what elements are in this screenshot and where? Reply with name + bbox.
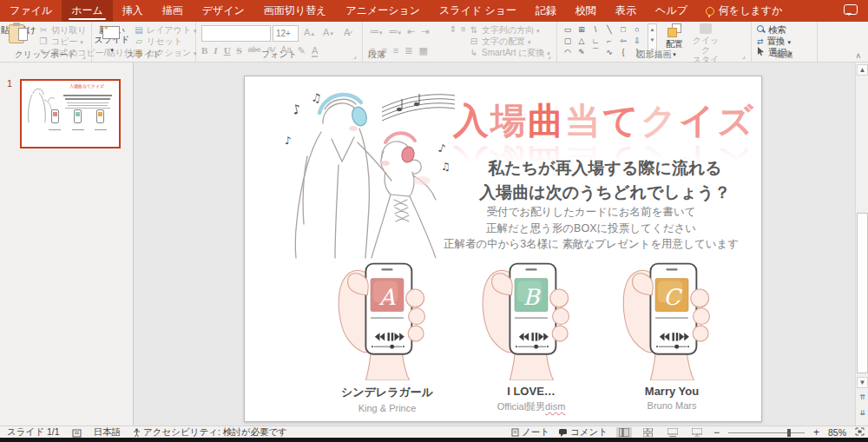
scroll-up-button[interactable]: ▲ bbox=[857, 64, 868, 76]
notes-toggle[interactable]: ノート bbox=[511, 426, 549, 439]
font-size-input[interactable]: 12+ bbox=[273, 25, 299, 42]
line-spacing-button[interactable]: ⇕≡ bbox=[448, 24, 466, 34]
shape-glyph-0[interactable]: ▭ bbox=[561, 23, 575, 35]
zoom-slider-thumb[interactable] bbox=[787, 429, 791, 437]
option-a[interactable]: A シンデレラガール King & Prince bbox=[323, 259, 451, 413]
comment-bubble-icon[interactable] bbox=[844, 4, 858, 15]
slide-show-button[interactable] bbox=[689, 427, 705, 439]
scrollbar-thumb[interactable] bbox=[857, 213, 868, 373]
shape-glyph-7[interactable]: △ bbox=[575, 35, 589, 46]
font-dialog-launcher[interactable]: ⌟ bbox=[353, 53, 360, 60]
slide-canvas[interactable]: ♪ ♫ ♪ ♪ ♫ 入場曲当てクイズ 入場曲当てクイズ 私たちが再入場する際に流… bbox=[244, 76, 762, 422]
slide-indicator[interactable]: スライド 1/1 bbox=[7, 426, 60, 439]
language-indicator[interactable]: 日本語 bbox=[94, 426, 122, 439]
accessibility-person-icon bbox=[133, 428, 141, 437]
tab-view[interactable]: 表示 bbox=[606, 0, 646, 22]
group-label-paragraph: 段落 bbox=[363, 49, 556, 61]
font-name-input[interactable] bbox=[201, 25, 271, 42]
fit-to-window-button[interactable] bbox=[855, 427, 865, 438]
shape-glyph-11[interactable]: ⇩ bbox=[630, 35, 644, 46]
lightbulb-icon bbox=[706, 7, 714, 16]
tab-transitions[interactable]: 画面切り替え bbox=[254, 0, 337, 22]
shape-glyph-1[interactable]: ⊞ bbox=[575, 23, 589, 35]
search-icon bbox=[757, 25, 765, 33]
slide-subtitle[interactable]: 私たちが再入場する際に流れる 入場曲は次のうちどれでしょう？ bbox=[444, 156, 766, 205]
layout-button[interactable]: ▤レイアウト ▾ bbox=[134, 24, 196, 36]
song-title-a: シンデレラガール bbox=[323, 385, 451, 400]
zoom-slider[interactable] bbox=[728, 427, 805, 439]
comments-toggle[interactable]: コメント bbox=[558, 426, 608, 439]
drawing-dialog-launcher[interactable]: ⌟ bbox=[742, 53, 749, 60]
increase-indent-button[interactable]: ⇥ bbox=[421, 26, 429, 37]
song-title-b: I LOVE… bbox=[467, 385, 595, 398]
artist-c: Bruno Mars bbox=[608, 400, 736, 411]
grow-font-button[interactable]: A▲ bbox=[304, 27, 315, 37]
copy-icon: ❐ bbox=[38, 36, 49, 46]
paragraph-dialog-launcher[interactable]: ⌟ bbox=[548, 53, 555, 60]
bullets-button[interactable]: ≔▾ bbox=[370, 26, 383, 37]
shape-glyph-6[interactable]: ▢ bbox=[561, 35, 575, 46]
clipboard-dialog-launcher[interactable]: ⌟ bbox=[82, 53, 89, 60]
shrink-font-button[interactable]: A▼ bbox=[323, 27, 334, 37]
shape-glyph-10[interactable]: ⇦ bbox=[616, 35, 630, 46]
zoom-in-button[interactable]: + bbox=[813, 426, 819, 439]
accessibility-status[interactable]: アクセシビリティ: 検討が必要です bbox=[133, 426, 287, 439]
vertical-scrollbar[interactable]: ▲ ▼ ⇈ ⇊ bbox=[855, 63, 868, 426]
slide-number: 1 bbox=[7, 78, 12, 89]
tab-home[interactable]: ホーム bbox=[62, 0, 113, 22]
shape-glyph-9[interactable]: ⌐ bbox=[602, 35, 616, 46]
copy-button[interactable]: ❐コピー ▾ bbox=[38, 36, 83, 48]
normal-view-button[interactable] bbox=[616, 427, 632, 439]
powerpoint-window: ファイルホーム挿入描画デザイン画面切り替えアニメーションスライド ショー記録校閲… bbox=[0, 0, 868, 442]
shape-glyph-8[interactable]: ∟ bbox=[589, 35, 602, 46]
replace-button[interactable]: ⇄置換 ▾ bbox=[757, 36, 791, 48]
paste-icon bbox=[9, 24, 24, 43]
decrease-indent-button[interactable]: ⇤ bbox=[407, 26, 415, 37]
group-font: 12+ A▲ A▼ A̷ B I U S abc AV Aa ✎ A フォント … bbox=[196, 22, 363, 62]
slide-thumbnail[interactable]: 入場曲当てクイズ bbox=[20, 79, 121, 148]
ribbon-tabs: ファイルホーム挿入描画デザイン画面切り替えアニメーションスライド ショー記録校閲… bbox=[0, 0, 697, 22]
tab-review[interactable]: 校閲 bbox=[566, 0, 606, 22]
shape-glyph-2[interactable]: \ bbox=[589, 23, 602, 35]
find-button[interactable]: 検索 bbox=[757, 24, 786, 36]
collapse-ribbon-chevron[interactable]: ∧ bbox=[855, 51, 861, 60]
tab-design[interactable]: デザイン bbox=[193, 0, 254, 22]
tab-file[interactable]: ファイル bbox=[0, 0, 62, 22]
tab-help[interactable]: ヘルプ bbox=[646, 0, 697, 22]
scroll-down-button[interactable]: ▼ bbox=[857, 377, 868, 388]
quick-styles-icon bbox=[700, 23, 712, 34]
option-c[interactable]: C Marry You Bruno Mars bbox=[608, 259, 736, 411]
cut-button[interactable]: ✂切り取り bbox=[38, 24, 86, 36]
slide-title[interactable]: 入場曲当てクイズ bbox=[443, 97, 766, 145]
tab-animations[interactable]: アニメーション bbox=[336, 0, 430, 22]
clear-formatting-button[interactable]: A̷ bbox=[344, 27, 350, 37]
tab-draw[interactable]: 描画 bbox=[153, 0, 193, 22]
align-text-button[interactable]: ⊟文字の配置 ▾ bbox=[469, 36, 531, 48]
tell-me-box[interactable]: 何をしますか bbox=[697, 0, 791, 22]
spellcheck-book-icon[interactable] bbox=[72, 427, 82, 438]
text-direction-icon: ⇅ bbox=[469, 25, 479, 35]
numbering-button[interactable]: ≕▾ bbox=[389, 26, 402, 37]
zoom-out-button[interactable]: − bbox=[713, 426, 720, 439]
text-direction-button[interactable]: ⇅文字列の方向 ▾ bbox=[469, 24, 540, 36]
reset-button[interactable]: ▱リセット bbox=[134, 36, 182, 48]
paste-button[interactable]: 貼り付け▼ bbox=[0, 23, 36, 45]
slide-note[interactable]: 受付でお配りしたカードにお名前を書いて 正解だと思う形のBOXに投票してください… bbox=[391, 204, 792, 253]
shape-glyph-5[interactable]: ○ bbox=[630, 23, 644, 35]
previous-slide-button[interactable]: ⇈ bbox=[857, 393, 868, 404]
shape-glyph-3[interactable]: ╲ bbox=[602, 23, 616, 35]
next-slide-button[interactable]: ⇊ bbox=[857, 408, 868, 419]
tab-insert[interactable]: 挿入 bbox=[113, 0, 153, 22]
option-b[interactable]: B I LOVE… Official髭男dism bbox=[467, 259, 595, 413]
slide-sorter-view-button[interactable] bbox=[641, 427, 656, 439]
zoom-level[interactable]: 85% bbox=[828, 427, 846, 438]
reading-view-button[interactable] bbox=[665, 427, 681, 439]
tab-record[interactable]: 記録 bbox=[526, 0, 566, 22]
align-text-icon: ⊟ bbox=[469, 36, 479, 46]
title-char-5: ク bbox=[641, 101, 679, 141]
group-label-drawing: 図形描画 bbox=[557, 49, 751, 61]
shape-glyph-4[interactable]: □ bbox=[616, 23, 630, 35]
slide-thumbnail-panel: 1 入場曲当てクイズ bbox=[0, 63, 134, 426]
tab-slideshow[interactable]: スライド ショー bbox=[430, 0, 526, 22]
subtitle-line-1: 私たちが再入場する際に流れる bbox=[444, 156, 766, 181]
